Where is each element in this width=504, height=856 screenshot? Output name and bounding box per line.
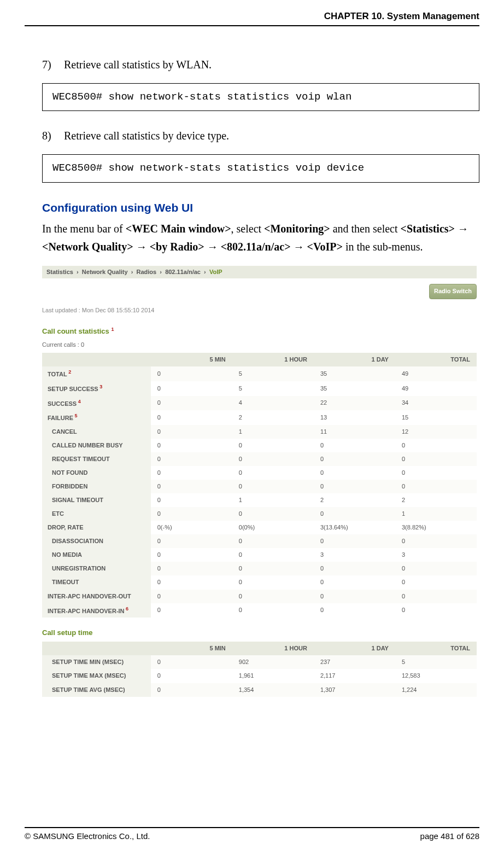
table-row: CALLED NUMBER BUSY0000 [42, 439, 477, 452]
cell: 3 [395, 548, 477, 562]
row-header: TOTAL 2 [42, 366, 151, 381]
cell: 0 [232, 590, 314, 603]
table-row: FAILURE 5021315 [42, 410, 477, 425]
cell: 0 [232, 603, 314, 618]
footer-right: page 481 of 628 [420, 831, 479, 841]
table-row: NO MEDIA0033 [42, 548, 477, 562]
table-row: TOTAL 2053549 [42, 366, 477, 381]
row-header: INTER-APC HANDOVER-IN 6 [42, 603, 151, 618]
setup-time-table: 5 MIN 1 HOUR 1 DAY TOTAL SETUP TIME MIN … [42, 642, 477, 696]
cell: 2,117 [314, 669, 395, 683]
cell: 0 [151, 562, 232, 575]
row-header: SETUP TIME AVG (MSEC) [42, 683, 151, 697]
cell: 0 [314, 534, 395, 548]
cell: 1,354 [232, 683, 314, 697]
cell: 0 [232, 562, 314, 575]
table-row: UNREGISTRATION0000 [42, 562, 477, 575]
table-row: SUCCESS 4042234 [42, 396, 477, 411]
cell: 2 [232, 410, 314, 425]
cell: 0 [314, 575, 395, 589]
row-header: REQUEST TIMEOUT [42, 452, 151, 466]
cell: 35 [314, 366, 395, 381]
cell: 0 [151, 480, 232, 493]
page-header: CHAPTER 10. System Management [25, 11, 479, 25]
cell: 0 [314, 562, 395, 575]
row-header: DISASSOCIATION [42, 534, 151, 548]
cell: 0 [314, 480, 395, 493]
table-row: SETUP TIME AVG (MSEC)01,3541,3071,224 [42, 683, 477, 697]
table-row: ETC0001 [42, 507, 477, 521]
cell: 49 [395, 381, 477, 396]
cell: 0 [151, 590, 232, 603]
table-row: FORBIDDEN0000 [42, 480, 477, 493]
cell: 0(-%) [151, 521, 232, 534]
cell: 0 [151, 396, 232, 411]
col-header: TOTAL [395, 353, 477, 366]
cell: 22 [314, 396, 395, 411]
current-calls: Current calls : 0 [42, 340, 477, 350]
cell: 1 [232, 493, 314, 507]
cell: 15 [395, 410, 477, 425]
cell: 0 [151, 575, 232, 589]
table-row: SETUP TIME MIN (MSEC)09022375 [42, 655, 477, 669]
cell: 0 [232, 507, 314, 521]
cell: 0 [151, 452, 232, 466]
cell: 0 [151, 507, 232, 521]
row-header: SIGNAL TIMEOUT [42, 493, 151, 507]
cell: 13 [314, 410, 395, 425]
cell: 2 [314, 493, 395, 507]
cell: 2 [395, 493, 477, 507]
cell: 0 [395, 603, 477, 618]
cell: 0 [151, 493, 232, 507]
cell: 1 [232, 425, 314, 439]
cell: 0 [395, 466, 477, 480]
cell: 0 [151, 669, 232, 683]
cell: 0 [314, 603, 395, 618]
row-header: INTER-APC HANDOVER-OUT [42, 590, 151, 603]
cell: 0 [232, 575, 314, 589]
table-row: DROP, RATE0(-%)0(0%)3(13.64%)3(8.82%) [42, 521, 477, 534]
cell: 237 [314, 655, 395, 669]
cell: 0(0%) [232, 521, 314, 534]
col-header: 5 MIN [151, 642, 232, 655]
cell: 0 [151, 603, 232, 618]
table-row: SIGNAL TIMEOUT0122 [42, 493, 477, 507]
cell: 0 [151, 548, 232, 562]
page-footer: © SAMSUNG Electronics Co., Ltd. page 481… [25, 827, 479, 841]
cell: 1,961 [232, 669, 314, 683]
table-row: INTER-APC HANDOVER-IN 60000 [42, 603, 477, 618]
cell: 3 [314, 548, 395, 562]
row-header: CANCEL [42, 425, 151, 439]
cell: 35 [314, 381, 395, 396]
cell: 0 [151, 655, 232, 669]
command-box-wlan: WEC8500# show network-stats statistics v… [42, 83, 479, 111]
radio-switch-button[interactable]: Radio Switch [429, 284, 477, 299]
breadcrumb: Statistics › Network Quality › Radios › … [42, 266, 477, 278]
cell: 0 [232, 548, 314, 562]
row-header: SETUP SUCCESS 3 [42, 381, 151, 396]
cell: 1,224 [395, 683, 477, 697]
cell: 12 [395, 425, 477, 439]
cell: 0 [232, 452, 314, 466]
col-header: TOTAL [395, 642, 477, 655]
step-text: Retrieve call statistics by WLAN. [64, 56, 212, 73]
cell: 0 [151, 425, 232, 439]
cell: 1,307 [314, 683, 395, 697]
cell: 0 [151, 410, 232, 425]
row-header: NO MEDIA [42, 548, 151, 562]
row-header: UNREGISTRATION [42, 562, 151, 575]
cell: 11 [314, 425, 395, 439]
cell: 0 [151, 439, 232, 452]
table-row: REQUEST TIMEOUT0000 [42, 452, 477, 466]
cell: 0 [151, 366, 232, 381]
row-header: FAILURE 5 [42, 410, 151, 425]
row-header: TIMEOUT [42, 575, 151, 589]
cell: 0 [232, 466, 314, 480]
section-title: Configuration using Web UI [42, 199, 479, 217]
cell: 902 [232, 655, 314, 669]
cell: 49 [395, 366, 477, 381]
cell: 0 [151, 683, 232, 697]
cell: 0 [395, 575, 477, 589]
row-header: CALLED NUMBER BUSY [42, 439, 151, 452]
footer-left: © SAMSUNG Electronics Co., Ltd. [25, 831, 150, 841]
